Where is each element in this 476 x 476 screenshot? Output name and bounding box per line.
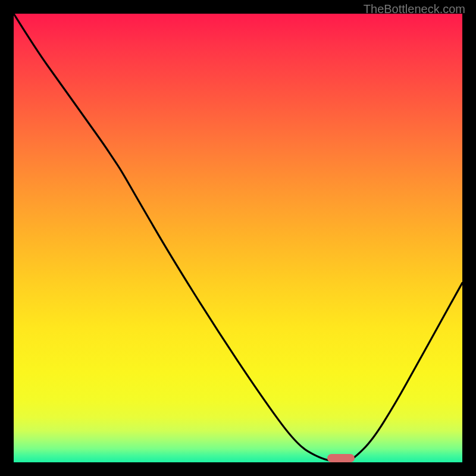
heatmap-gradient xyxy=(14,14,462,462)
watermark-text: TheBottleneck.com xyxy=(364,2,465,16)
plot-area xyxy=(14,14,462,462)
chart-frame: TheBottleneck.com xyxy=(0,0,476,476)
